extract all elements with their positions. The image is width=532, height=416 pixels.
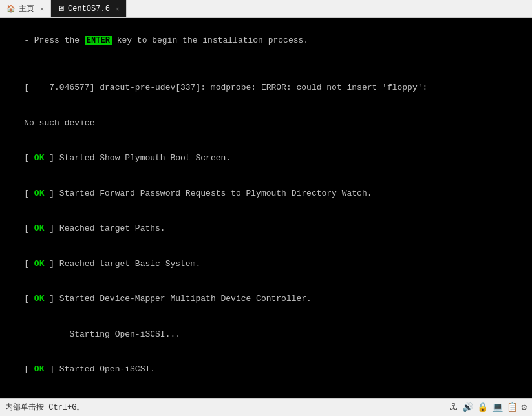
clipboard-icon[interactable]: 📋: [507, 402, 518, 413]
line-starting1: Starting Open-iSCSI...: [4, 317, 528, 353]
terminal-area[interactable]: - Press the ENTER key to begin the insta…: [0, 18, 532, 398]
tab-centos-label: CentOS7.6: [68, 5, 110, 14]
tab-home-label: 主页: [19, 3, 34, 14]
line-ok2: [ OK ] Started Forward Password Requests…: [4, 176, 528, 211]
line-ok3: [ OK ] Reached target Paths.: [4, 211, 528, 247]
line-starting2: Starting dracut initqueue hook...: [4, 388, 528, 398]
status-bar: 内部单击按 Ctrl+G。 🖧 🔊 🔒 💻 📋 ⚙: [0, 398, 532, 416]
line-prompt: - Press the ENTER key to begin the insta…: [4, 23, 528, 59]
title-bar: 🏠 主页 ✕ 🖥 CentOS7.6 ✕: [0, 0, 532, 18]
tab-centos[interactable]: 🖥 CentOS7.6 ✕: [51, 0, 127, 17]
line-ok6: [ OK ] Started Open-iSCSI.: [4, 352, 528, 388]
home-icon: 🏠: [6, 5, 16, 13]
tab-home-close[interactable]: ✕: [40, 5, 44, 13]
line-error1: [ 7.046577] dracut-pre-udev[337]: modpro…: [4, 70, 528, 106]
line-ok4: [ OK ] Reached target Basic System.: [4, 247, 528, 282]
line-ok1: [ OK ] Started Show Plymouth Boot Screen…: [4, 141, 528, 176]
security-icon[interactable]: 🔒: [477, 402, 488, 413]
enter-key-highlight: ENTER: [85, 36, 112, 45]
line-ok5: [ OK ] Started Device-Mapper Multipath D…: [4, 282, 528, 317]
volume-icon[interactable]: 🔊: [462, 402, 473, 413]
line-blank1: [4, 59, 528, 70]
network-icon[interactable]: 🖧: [449, 402, 458, 413]
display-icon[interactable]: 💻: [492, 402, 503, 413]
tab-home[interactable]: 🏠 主页 ✕: [0, 0, 51, 17]
line-error2: No such device: [4, 105, 528, 141]
status-icons: 🖧 🔊 🔒 💻 📋 ⚙: [449, 402, 527, 413]
status-hint: 内部单击按 Ctrl+G。: [5, 402, 84, 413]
tab-centos-close[interactable]: ✕: [116, 5, 120, 13]
settings-icon[interactable]: ⚙: [522, 402, 527, 413]
centos-icon: 🖥: [58, 5, 65, 13]
